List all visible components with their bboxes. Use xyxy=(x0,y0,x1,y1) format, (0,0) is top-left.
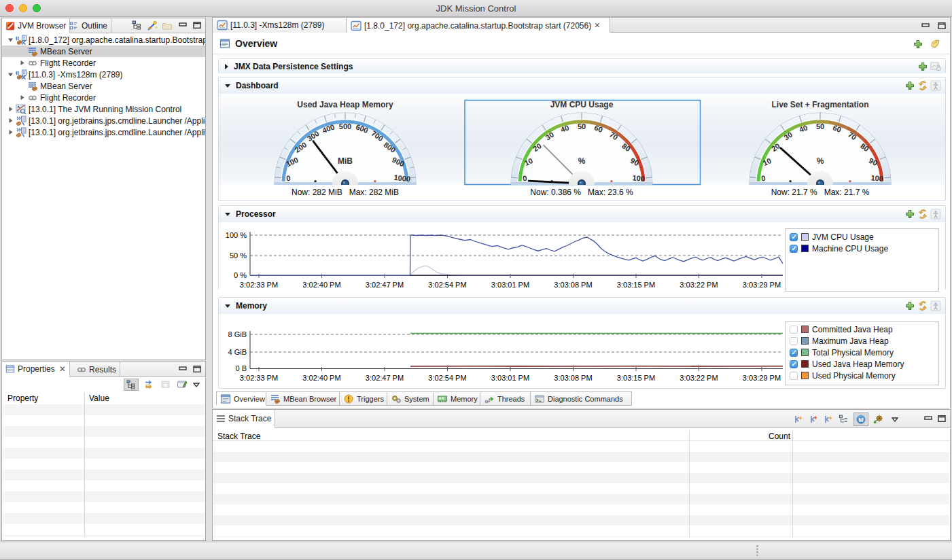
svg-text:3:02:40 PM: 3:02:40 PM xyxy=(302,281,340,289)
svg-text:50: 50 xyxy=(816,122,824,130)
svg-text:0 B: 0 B xyxy=(235,364,247,372)
svg-text:Now: 21.7 % Max: 21.7 %: Now: 21.7 % Max: 21.7 % xyxy=(771,188,870,197)
svg-text:8 GiB: 8 GiB xyxy=(228,330,247,338)
svg-text:0 %: 0 % xyxy=(234,271,247,279)
svg-text:%: % xyxy=(817,156,824,166)
svg-text:3:03:22 PM: 3:03:22 PM xyxy=(680,281,718,289)
svg-text:0: 0 xyxy=(286,174,291,183)
svg-text:3:02:54 PM: 3:02:54 PM xyxy=(428,374,466,382)
svg-text:Now: 282 MiB Max: 282 MiB: Now: 282 MiB Max: 282 MiB xyxy=(292,188,399,197)
svg-text:100: 100 xyxy=(870,173,884,183)
svg-text:3:02:40 PM: 3:02:40 PM xyxy=(302,374,340,382)
svg-text:3:03:15 PM: 3:03:15 PM xyxy=(617,374,655,382)
svg-text:Used Java Heap Memory: Used Java Heap Memory xyxy=(297,100,393,109)
svg-text:JVM CPU Usage: JVM CPU Usage xyxy=(550,100,614,109)
svg-text:Now: 0.386 % Max: 23.6 %: Now: 0.386 % Max: 23.6 % xyxy=(530,188,633,197)
svg-text:Live Set + Fragmentation: Live Set + Fragmentation xyxy=(771,100,868,109)
svg-text:3:03:29 PM: 3:03:29 PM xyxy=(743,374,781,382)
svg-text:3:02:54 PM: 3:02:54 PM xyxy=(428,281,466,289)
svg-text:500: 500 xyxy=(339,122,351,130)
svg-text:3:03:22 PM: 3:03:22 PM xyxy=(680,374,718,382)
svg-text:3:03:29 PM: 3:03:29 PM xyxy=(743,281,781,289)
svg-text:3:02:47 PM: 3:02:47 PM xyxy=(366,374,404,382)
svg-text:50 %: 50 % xyxy=(230,251,247,260)
svg-text:3:02:33 PM: 3:02:33 PM xyxy=(240,374,278,382)
svg-text:3:03:08 PM: 3:03:08 PM xyxy=(554,281,592,289)
svg-text:50: 50 xyxy=(578,122,586,130)
svg-text:4 GiB: 4 GiB xyxy=(228,348,247,356)
svg-text:3:03:15 PM: 3:03:15 PM xyxy=(617,281,655,289)
svg-text:3:03:08 PM: 3:03:08 PM xyxy=(554,374,592,382)
svg-text:3:03:01 PM: 3:03:01 PM xyxy=(491,281,529,289)
svg-text:MiB: MiB xyxy=(338,156,353,166)
svg-text:M: M xyxy=(858,417,864,423)
svg-text:3:02:47 PM: 3:02:47 PM xyxy=(366,281,404,289)
svg-text:3:02:33 PM: 3:02:33 PM xyxy=(240,281,278,289)
svg-text:3:03:01 PM: 3:03:01 PM xyxy=(491,374,529,382)
svg-text:0: 0 xyxy=(761,174,766,183)
svg-text:0: 0 xyxy=(523,174,527,183)
svg-text:%: % xyxy=(578,156,586,166)
svg-text:100 %: 100 % xyxy=(226,231,247,239)
svg-text:100: 100 xyxy=(632,173,646,183)
